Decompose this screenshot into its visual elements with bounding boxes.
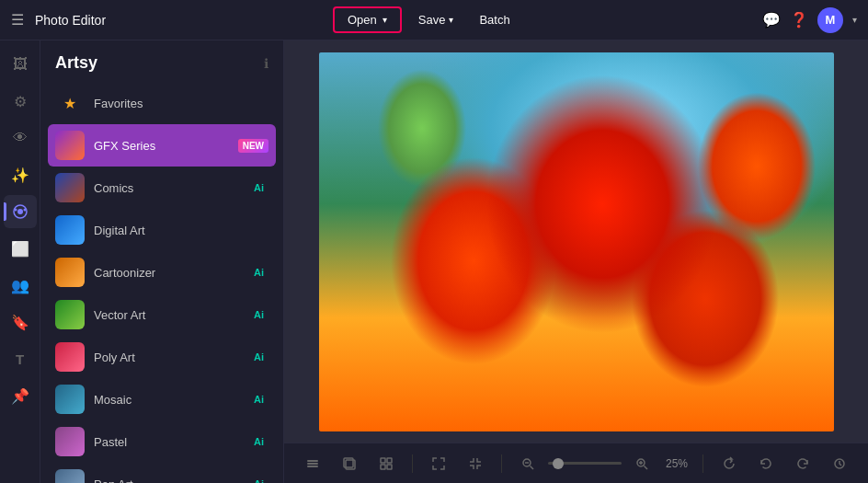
divider-1 <box>412 454 413 473</box>
sidebar-item-sticker[interactable]: 📌 <box>4 379 37 412</box>
svg-rect-6 <box>307 460 318 462</box>
icon-bar: 🖼 ⚙ 👁 ✨ ⬜ 👥 🔖 T 📌 <box>0 40 40 483</box>
divider-2 <box>501 454 502 473</box>
chat-icon-button[interactable]: 💬 <box>762 11 781 29</box>
ai-badge: Ai <box>249 307 268 322</box>
sidebar-list: ★ Favorites GFX Series NEW Comics Ai Dig… <box>40 82 283 483</box>
sidebar-item-thumb <box>55 427 85 456</box>
sidebar-item-effects[interactable]: ✨ <box>4 158 37 191</box>
sidebar-item-label: Pen Art <box>94 477 240 484</box>
sidebar-item-pastel[interactable]: Pastel Ai <box>48 420 276 463</box>
sidebar-item-stamp[interactable]: 🔖 <box>4 305 37 339</box>
sidebar-item-label: Favorites <box>94 97 268 110</box>
ai-badge: Ai <box>249 265 268 280</box>
canvas-wrapper[interactable] <box>319 52 834 431</box>
topbar: ☰ Photo Editor Open ▾ Save ▾ Batch 💬 ❓ M… <box>0 0 868 40</box>
sidebar-item-thumb <box>55 131 85 160</box>
ai-badge: Ai <box>249 434 268 449</box>
sidebar-item-poly-art[interactable]: Poly Art Ai <box>48 336 276 378</box>
open-button[interactable]: Open ▾ <box>333 6 402 33</box>
history-icon-button[interactable] <box>825 449 854 478</box>
sidebar-item-thumb <box>55 469 85 483</box>
sidebar-item-favorites[interactable]: ★ Favorites <box>48 82 276 124</box>
sidebar-item-thumb <box>55 300 85 329</box>
refresh-icon-button[interactable] <box>714 449 744 478</box>
topbar-right: 💬 ❓ M ▾ <box>762 7 857 33</box>
save-button[interactable]: Save ▾ <box>409 8 463 31</box>
layers-icon-button[interactable] <box>298 449 327 478</box>
canvas-column: 25% <box>284 40 868 483</box>
svg-rect-5 <box>307 463 318 465</box>
svg-point-2 <box>14 209 17 212</box>
new-badge: NEW <box>238 139 268 153</box>
sidebar-item-gfx-series[interactable]: GFX Series NEW <box>48 124 276 167</box>
sidebar-item-people[interactable]: 👥 <box>4 269 37 302</box>
canvas-image <box>319 52 834 431</box>
sidebar-item-digital-art[interactable]: Digital Art <box>48 209 276 251</box>
sidebar-item-eye[interactable]: 👁 <box>4 121 37 155</box>
svg-line-14 <box>531 466 534 469</box>
sidebar-title: Artsy <box>55 53 97 73</box>
zoom-controls: 25% <box>513 449 691 478</box>
sidebar-item-label: Cartoonizer <box>94 266 240 280</box>
favorites-icon: ★ <box>55 88 85 118</box>
sidebar-item-frames[interactable]: ⬜ <box>4 232 37 265</box>
save-chevron-icon: ▾ <box>449 15 453 25</box>
svg-rect-4 <box>307 466 318 467</box>
svg-point-1 <box>17 209 23 214</box>
main-layout: 🖼 ⚙ 👁 ✨ ⬜ 👥 🔖 T 📌 Artsy ℹ ★ <box>0 40 868 483</box>
sidebar-item-label: GFX Series <box>94 139 229 153</box>
grid-icon-button[interactable] <box>371 449 401 478</box>
sidebar-item-label: Vector Art <box>94 308 240 322</box>
sidebar-item-pen-art[interactable]: Pen Art Ai <box>48 463 276 483</box>
ai-badge: Ai <box>249 477 268 483</box>
sidebar-item-thumb <box>55 342 85 372</box>
sidebar-item-label: Poly Art <box>94 351 240 364</box>
sidebar-item-thumb <box>55 215 85 245</box>
app-title: Photo Editor <box>35 13 106 28</box>
sidebar-item-adjustments[interactable]: ⚙ <box>4 85 37 118</box>
sidebar-item-label: Pastel <box>94 435 240 449</box>
svg-point-3 <box>23 209 26 212</box>
sidebar-item-thumb <box>55 385 85 414</box>
svg-rect-10 <box>387 458 392 463</box>
zoom-slider[interactable] <box>548 462 622 465</box>
sidebar-item-text[interactable]: T <box>4 342 37 375</box>
ai-badge: Ai <box>249 180 268 195</box>
zoom-out-icon-button[interactable] <box>513 449 542 478</box>
zoom-value: 25% <box>662 457 691 470</box>
undo-icon-button[interactable] <box>751 449 781 478</box>
avatar-chevron-icon: ▾ <box>852 15 857 25</box>
sidebar-item-mosaic[interactable]: Mosaic Ai <box>48 378 276 420</box>
ai-badge: Ai <box>249 392 268 407</box>
help-icon-button[interactable]: ❓ <box>790 11 808 29</box>
svg-rect-9 <box>381 458 385 463</box>
svg-rect-11 <box>381 465 385 469</box>
sidebar-item-label: Digital Art <box>94 224 268 237</box>
expand-icon-button[interactable] <box>424 449 453 478</box>
redo-icon-button[interactable] <box>788 449 817 478</box>
sidebar-item-cartoonizer[interactable]: Cartoonizer Ai <box>48 251 276 293</box>
info-icon[interactable]: ℹ <box>264 56 268 71</box>
sidebar-item-thumb <box>55 258 85 287</box>
sidebar-item-artsy[interactable] <box>4 195 37 228</box>
sidebar-item-vector-art[interactable]: Vector Art Ai <box>48 293 276 336</box>
overlay-icon-button[interactable] <box>335 449 364 478</box>
menu-icon[interactable]: ☰ <box>11 11 24 29</box>
sidebar: Artsy ℹ ★ Favorites GFX Series NEW Comic… <box>40 40 284 483</box>
sidebar-item-comics[interactable]: Comics Ai <box>48 167 276 209</box>
avatar[interactable]: M <box>817 7 843 33</box>
compress-icon-button[interactable] <box>461 449 490 478</box>
sidebar-item-media[interactable]: 🖼 <box>4 48 37 81</box>
sidebar-item-thumb <box>55 173 85 202</box>
svg-rect-12 <box>387 465 392 469</box>
bottom-bar: 25% <box>284 443 868 483</box>
zoom-in-icon-button[interactable] <box>627 449 657 478</box>
open-chevron-icon: ▾ <box>383 15 387 25</box>
ai-badge: Ai <box>249 350 268 364</box>
batch-button[interactable]: Batch <box>470 8 519 31</box>
sidebar-item-label: Comics <box>94 181 240 195</box>
divider-3 <box>702 454 703 473</box>
svg-line-17 <box>645 466 648 469</box>
canvas-area <box>284 40 868 443</box>
